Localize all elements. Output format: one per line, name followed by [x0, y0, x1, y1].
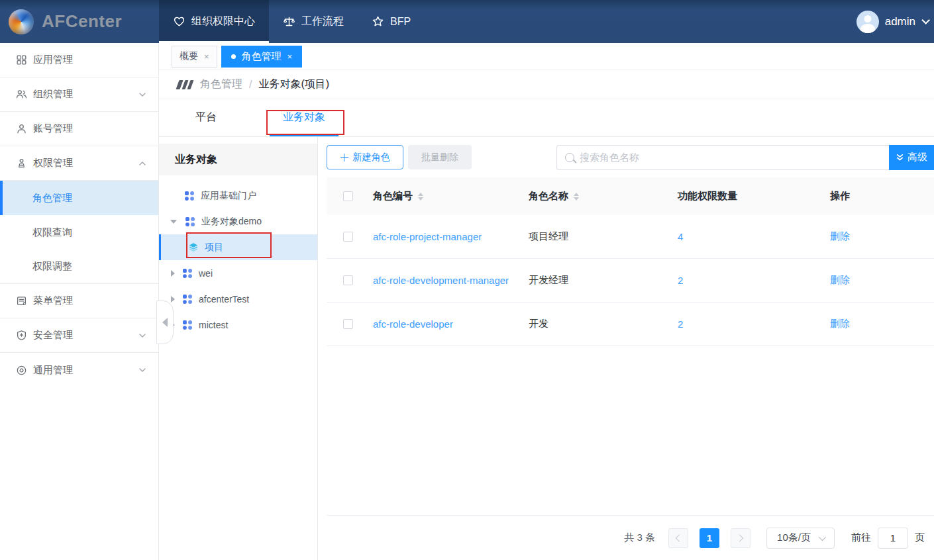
role-code-link[interactable]: afc-role-project-manager [373, 231, 482, 242]
table-row: afc-role-project-manager 项目经理 4 删除 [327, 215, 934, 259]
advanced-button[interactable]: 高级 [889, 145, 934, 170]
breadcrumb-slashes-icon [178, 80, 192, 89]
afcenter-logo-icon [9, 9, 34, 34]
role-code-link[interactable]: afc-role-development-manager [373, 275, 509, 286]
new-role-label: 新建角色 [353, 152, 390, 163]
expander-right-icon[interactable] [171, 270, 175, 277]
menu-doc-icon [16, 295, 27, 306]
sidebar-item-label: 账号管理 [33, 122, 73, 135]
sidebar-subitem-label: 权限查询 [32, 226, 72, 239]
chevron-left-icon [162, 318, 168, 327]
total-count: 共 3 条 [624, 532, 655, 544]
sidebar-item-role-management[interactable]: 角色管理 [0, 181, 158, 215]
search-icon [565, 153, 574, 162]
goto-label: 前往 [851, 532, 871, 544]
sidebar-item-app-management[interactable]: 应用管理 [0, 43, 158, 77]
close-icon[interactable]: × [287, 52, 293, 62]
row-checkbox[interactable] [343, 319, 353, 329]
tree-panel-title: 业务对象 [159, 144, 317, 175]
table-toolbar: 新建角色 批量删除 高级 [327, 145, 934, 169]
expander-right-icon[interactable] [171, 296, 175, 303]
user-menu[interactable]: admin [856, 0, 934, 43]
user-avatar [856, 11, 879, 33]
chevron-down-icon [819, 533, 826, 540]
delete-link[interactable]: 删除 [830, 274, 850, 285]
role-name: 开发 [529, 318, 548, 330]
chevron-up-icon [138, 160, 146, 167]
prev-page-button[interactable] [668, 528, 688, 548]
column-header-role-name: 角色名称 [529, 190, 568, 203]
panel-collapse-handle[interactable] [156, 301, 174, 344]
select-all-checkbox[interactable] [343, 191, 353, 201]
topnav-workflow[interactable]: 工作流程 [269, 0, 358, 43]
column-header-actions: 操作 [830, 190, 850, 201]
delete-link[interactable]: 删除 [830, 318, 850, 329]
tree-node-label: 业务对象demo [201, 216, 262, 228]
topnav-bfp[interactable]: BFP [358, 0, 425, 43]
brand-area: AFCenter [0, 0, 159, 43]
breadcrumb: 角色管理 / 业务对象(项目) [159, 70, 934, 99]
app-icon [184, 216, 196, 228]
role-name: 开发经理 [529, 274, 568, 287]
sidebar-item-security-management[interactable]: 安全管理 [0, 318, 158, 353]
topnav-org-permission-center[interactable]: 组织权限中心 [159, 0, 269, 43]
app-icon [182, 293, 193, 305]
current-page-button[interactable]: 1 [700, 528, 719, 548]
delete-link[interactable]: 删除 [830, 230, 850, 242]
row-checkbox[interactable] [343, 275, 353, 285]
close-icon[interactable]: × [204, 52, 209, 62]
app-icon [183, 190, 195, 202]
sidebar-item-account-management[interactable]: 账号管理 [0, 112, 158, 146]
chevron-down-icon [138, 91, 146, 99]
role-code-link[interactable]: afc-role-developer [373, 318, 453, 330]
sidebar-item-permission-adjust[interactable]: 权限调整 [0, 250, 158, 284]
goto-page-input[interactable] [878, 528, 908, 549]
page-size-select[interactable]: 10条/页 [766, 528, 835, 549]
tab-business-object[interactable]: 业务对象 [270, 99, 338, 136]
sort-carets-icon[interactable] [574, 193, 579, 201]
tree-node-app-base-portal[interactable]: 应用基础门户 [159, 183, 317, 209]
subtab-label: 业务对象 [283, 111, 325, 124]
role-table: 角色编号 角色名称 功能权限数量 操作 afc-role-project-man… [327, 177, 934, 346]
tab-platform[interactable]: 平台 [182, 99, 230, 136]
breadcrumb-separator: / [249, 79, 252, 91]
sidebar-item-org-management[interactable]: 组织管理 [0, 77, 158, 112]
breadcrumb-item[interactable]: 角色管理 [200, 77, 242, 91]
sidebar-item-menu-management[interactable]: 菜单管理 [0, 284, 158, 318]
tree-node-label: 应用基础门户 [201, 190, 256, 202]
new-role-button[interactable]: 新建角色 [327, 145, 403, 169]
next-page-button[interactable] [731, 528, 751, 548]
sort-carets-icon[interactable] [418, 193, 423, 201]
permission-count-link[interactable]: 4 [678, 231, 683, 242]
tab-overview[interactable]: 概要 × [172, 46, 217, 68]
app-icon [182, 319, 193, 331]
sidebar-item-general-management[interactable]: 通用管理 [0, 353, 158, 387]
search-input[interactable] [580, 152, 881, 163]
sidebar-item-permission-query[interactable]: 权限查询 [0, 215, 158, 250]
sidebar-item-permission-management[interactable]: 权限管理 [0, 146, 158, 181]
topbar: AFCenter 组织权限中心 工作流程 BFP admin [0, 0, 934, 43]
tree-node-mictest[interactable]: mictest [159, 312, 317, 338]
tree-node-project[interactable]: 项目 [159, 234, 317, 260]
tab-role-management[interactable]: 角色管理 × [221, 46, 303, 68]
scope-tabs: 平台 业务对象 [159, 99, 934, 137]
tree-node-label: 项目 [205, 242, 223, 254]
advanced-label: 高级 [908, 151, 927, 163]
sidebar-item-label: 安全管理 [33, 329, 73, 342]
chevron-down-icon [921, 16, 930, 24]
tree-node-wei[interactable]: wei [159, 260, 317, 286]
username: admin [885, 15, 915, 28]
star-icon [372, 15, 384, 28]
tree: 应用基础门户 业务对象demo 项目 [159, 175, 317, 338]
chevron-down-icon [138, 366, 146, 374]
sidebar-item-label: 权限管理 [33, 157, 73, 169]
batch-delete-button[interactable]: 批量删除 [408, 145, 472, 169]
tree-node-business-object-demo[interactable]: 业务对象demo [159, 209, 317, 234]
permission-count-link[interactable]: 2 [678, 318, 683, 330]
page-size-value: 10条/页 [777, 532, 811, 544]
row-checkbox[interactable] [343, 232, 353, 242]
expander-down-icon[interactable] [170, 220, 177, 224]
permission-count-link[interactable]: 2 [678, 275, 683, 286]
page-unit-label: 页 [915, 532, 925, 544]
tree-node-afcentertest[interactable]: afcenterTest [159, 286, 317, 312]
